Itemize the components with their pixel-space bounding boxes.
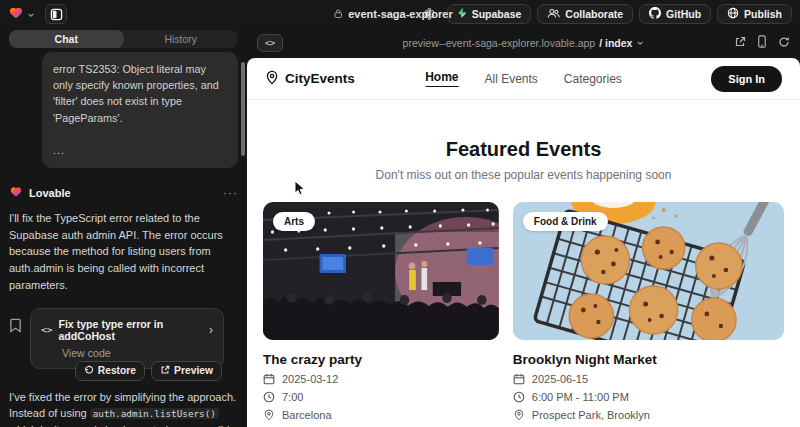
supabase-button-label: Supabase — [472, 8, 522, 20]
project-name: event-saga-explorer — [348, 8, 453, 20]
user-message-bubble: error TS2353: Object literal may only sp… — [42, 52, 238, 168]
restore-button[interactable]: Restore — [75, 361, 145, 381]
refresh-icon[interactable] — [778, 34, 790, 52]
chat-scrollbar[interactable] — [241, 62, 245, 156]
preview-browser-chrome: <> preview--event-saga-explorer.lovable.… — [247, 28, 800, 58]
app-topbar: event-saga-explorer Supabase Collaborate… — [0, 0, 800, 28]
location-pin-icon — [265, 70, 279, 88]
preview-url-host: preview--event-saga-explorer.lovable.app — [403, 37, 596, 49]
event-title: Brooklyn Night Market — [513, 352, 784, 367]
event-card[interactable]: Food & Drink Brooklyn Night Market 2025-… — [513, 202, 784, 421]
github-icon — [649, 7, 661, 21]
chevron-down-icon — [458, 5, 467, 23]
event-time-row: 7:00 — [263, 391, 499, 403]
nav-home[interactable]: Home — [425, 70, 458, 87]
open-in-new-tab-icon[interactable] — [734, 34, 746, 52]
code-icon: <> — [41, 324, 52, 335]
chevron-right-icon: › — [209, 323, 213, 337]
site-header: CityEvents Home All Events Categories Si… — [247, 58, 800, 100]
lovable-heart-icon — [9, 184, 23, 202]
tab-history[interactable]: History — [124, 30, 239, 48]
user-message-text: error TS2353: Object literal may only sp… — [53, 61, 227, 126]
featured-events-subheading: Don't miss out on these popular events h… — [247, 168, 800, 182]
code-edit-card[interactable]: <> Fix type type error in addCoHost › Vi… — [30, 308, 224, 369]
event-time: 7:00 — [282, 391, 303, 403]
github-button-label: GitHub — [666, 8, 701, 20]
message-options-menu[interactable]: ··· — [223, 186, 238, 200]
view-code-link[interactable]: View code — [62, 347, 213, 359]
event-time-row: 6:00 PM - 11:00 PM — [513, 391, 784, 403]
event-location-row: Prospect Park, Brooklyn — [513, 409, 784, 421]
publish-button-label: Publish — [744, 8, 782, 20]
tab-chat[interactable]: Chat — [9, 30, 124, 48]
preview-page: CityEvents Home All Events Categories Si… — [247, 58, 800, 427]
message-truncation-ellipsis: ... — [53, 142, 227, 158]
event-category-badge: Arts — [273, 212, 315, 231]
site-nav: Home All Events Categories — [425, 70, 622, 87]
clock-icon — [513, 391, 525, 403]
calendar-icon — [263, 373, 275, 385]
publish-button[interactable]: Publish — [717, 4, 792, 24]
event-category-badge: Food & Drink — [523, 212, 608, 231]
collaborate-button-label: Collaborate — [565, 8, 623, 20]
mobile-view-icon[interactable] — [757, 34, 767, 52]
event-time: 6:00 PM - 11:00 PM — [532, 391, 629, 403]
preview-button[interactable]: Preview — [151, 361, 222, 381]
clock-icon — [263, 391, 275, 403]
bookmark-icon[interactable] — [9, 318, 22, 337]
featured-events-heading: Featured Events — [247, 138, 800, 161]
event-date-row: 2025-06-15 — [513, 373, 784, 385]
globe-icon — [727, 7, 739, 21]
event-location: Prospect Park, Brooklyn — [532, 409, 650, 421]
code-edit-title: Fix type type error in addCoHost — [58, 318, 203, 342]
lovable-heart-icon — [8, 5, 24, 24]
lock-icon — [333, 5, 343, 23]
chat-history-tabs: Chat History — [9, 30, 238, 48]
github-button[interactable]: GitHub — [639, 4, 711, 24]
event-card[interactable]: Arts The crazy party 2025-03-12 7:00 — [263, 202, 499, 421]
nav-categories[interactable]: Categories — [564, 72, 622, 86]
chat-panel: Chat History error TS2353: Object litera… — [0, 28, 247, 427]
collaborate-button[interactable]: Collaborate — [537, 4, 633, 24]
calendar-icon — [513, 373, 525, 385]
featured-events-section: Featured Events Don't miss out on these … — [247, 100, 800, 182]
nav-all-events[interactable]: All Events — [484, 72, 537, 86]
restore-button-label: Restore — [98, 365, 136, 376]
sidebar-toggle-button[interactable] — [45, 4, 67, 24]
event-date: 2025-03-12 — [282, 373, 338, 385]
preview-url-path: / index — [599, 37, 632, 49]
project-selector[interactable]: event-saga-explorer — [333, 0, 467, 28]
site-brand-name: CityEvents — [285, 71, 355, 86]
code-view-toggle[interactable]: <> — [257, 34, 283, 52]
preview-url-bar[interactable]: preview--event-saga-explorer.lovable.app… — [403, 37, 645, 49]
sign-in-button[interactable]: Sign In — [711, 66, 782, 92]
assistant-message-1: I'll fix the TypeScript error related to… — [9, 210, 238, 294]
event-location: Barcelona — [282, 409, 332, 421]
site-brand[interactable]: CityEvents — [265, 70, 355, 88]
location-pin-icon — [263, 409, 275, 421]
event-date-row: 2025-03-12 — [263, 373, 499, 385]
location-pin-icon — [513, 409, 525, 421]
lovable-logo-menu[interactable] — [8, 5, 35, 24]
restore-icon — [84, 365, 94, 377]
chevron-down-icon — [27, 5, 35, 23]
assistant-name: Lovable — [29, 187, 71, 199]
event-title: The crazy party — [263, 352, 499, 367]
preview-button-label: Preview — [174, 365, 213, 376]
chevron-down-icon — [636, 39, 644, 47]
people-icon — [547, 8, 560, 21]
event-location-row: Barcelona — [263, 409, 499, 421]
assistant-message-2: I've fixed the error by simplifying the … — [9, 389, 238, 427]
preview-panel: <> preview--event-saga-explorer.lovable.… — [247, 28, 800, 427]
event-date: 2025-06-15 — [532, 373, 588, 385]
external-link-icon — [160, 365, 170, 377]
